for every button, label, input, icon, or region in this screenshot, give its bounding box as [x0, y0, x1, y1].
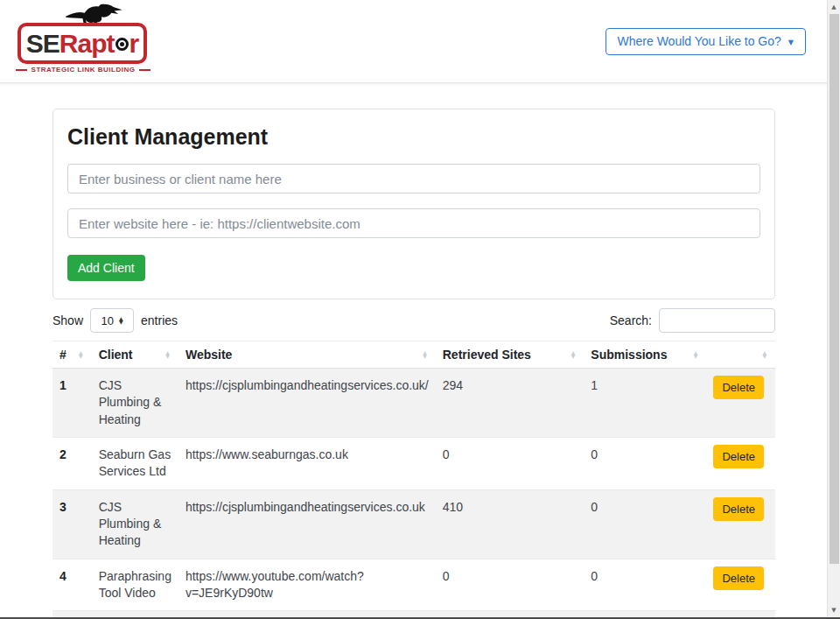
submissions-cell: 0 — [584, 489, 706, 559]
clients-table: #▲▼Client▲▼Website▲▼Retrieved Sites▲▼Sub… — [52, 341, 775, 619]
client-cell: CJS Plumbing & Heating — [92, 489, 178, 559]
select-spinner-icon: ▲▼ — [119, 317, 123, 325]
search-input[interactable] — [659, 308, 775, 333]
actions-cell: Delete — [706, 437, 775, 489]
nav-dropdown-label: Where Would You Like to Go? — [618, 34, 781, 48]
column-header--[interactable]: #▲▼ — [52, 341, 92, 369]
search-control: Search: — [610, 308, 775, 333]
chevron-down-icon: ▼ — [788, 39, 794, 46]
tagline-dash-left — [16, 69, 27, 71]
client-cell: Paraphrasing Tool Video — [92, 559, 178, 611]
client-name-input[interactable] — [67, 164, 760, 193]
client-website-input[interactable] — [67, 208, 760, 238]
retrieved-sites-cell: 0 — [436, 437, 584, 489]
tagline-dash-right — [139, 69, 150, 71]
sort-icon: ▲▼ — [694, 351, 698, 358]
column-header-label: Website — [186, 348, 232, 362]
target-o-icon — [116, 38, 129, 51]
nav-dropdown-button[interactable]: Where Would You Like to Go? ▼ — [606, 28, 806, 55]
sort-icon: ▲▼ — [423, 351, 427, 358]
main-content: Client Management Add Client Show 10 ▲▼ … — [52, 109, 775, 619]
column-header-actions[interactable]: ▲▼ — [706, 341, 775, 369]
website-cell: https://www.seaburngas.co.uk — [178, 437, 436, 489]
logo-wordmark: SERaptr — [18, 23, 147, 64]
delete-button[interactable]: Delete — [713, 497, 764, 521]
sort-icon: ▲▼ — [571, 351, 576, 358]
navbar: SERaptr STRATEGIC LINK BUILDING Where Wo… — [0, 0, 840, 83]
column-header-label: Retrieved Sites — [443, 348, 531, 362]
logo-rapt-text: Rapt — [60, 29, 115, 59]
actions-cell: Delete — [706, 559, 775, 611]
actions-cell: Delete — [706, 489, 775, 559]
page-length-value: 10 — [101, 314, 113, 327]
sort-icon: ▲▼ — [762, 351, 766, 358]
website-cell: https://cjsplumbingandheatingservices.co… — [178, 489, 436, 559]
delete-button[interactable]: Delete — [713, 566, 764, 590]
logo-r-text: r — [130, 29, 139, 59]
row-number-cell: 1 — [52, 369, 92, 438]
table-header-row: #▲▼Client▲▼Website▲▼Retrieved Sites▲▼Sub… — [52, 341, 775, 369]
column-header-retrieved-sites[interactable]: Retrieved Sites▲▼ — [436, 341, 584, 369]
add-client-button[interactable]: Add Client — [67, 255, 145, 281]
client-cell: CJS Plumbing & Heating — [92, 369, 178, 438]
sort-icon: ▲▼ — [79, 351, 83, 358]
column-header-submissions[interactable]: Submissions▲▼ — [584, 341, 706, 369]
retrieved-sites-cell: 294 — [436, 369, 584, 438]
row-number-cell: 4 — [52, 559, 92, 611]
submissions-cell: 0 — [584, 559, 706, 611]
client-management-card: Client Management Add Client — [52, 109, 775, 299]
scrollbar-up-icon[interactable]: ▲ — [828, 4, 840, 11]
scrollbar-down-icon[interactable]: ▼ — [828, 607, 840, 614]
page-length-select[interactable]: 10 ▲▼ — [90, 308, 134, 333]
search-label: Search: — [610, 313, 652, 327]
logo-se-text: SE — [26, 29, 60, 59]
column-header-label: # — [60, 348, 66, 362]
scrollbar[interactable]: ▲ ▼ — [827, 0, 840, 619]
tagline-text: STRATEGIC LINK BUILDING — [30, 66, 137, 74]
show-label: Show — [52, 313, 83, 327]
table-body: 1CJS Plumbing & Heatinghttps://cjsplumbi… — [52, 369, 775, 619]
page-title: Client Management — [67, 124, 760, 150]
page-length-control: Show 10 ▲▼ entries — [52, 308, 178, 333]
row-number-cell: 3 — [52, 489, 92, 559]
website-cell: https://www.youtube.com/watch?v=JE9rKyD9… — [178, 559, 436, 611]
submissions-cell: 0 — [584, 437, 706, 489]
delete-button[interactable]: Delete — [713, 376, 764, 399]
submissions-cell: 1 — [584, 369, 706, 438]
entries-label: entries — [141, 313, 178, 327]
sort-icon: ▲▼ — [165, 351, 170, 358]
table-row: 4Paraphrasing Tool Videohttps://www.yout… — [52, 559, 775, 611]
table-row: 1CJS Plumbing & Heatinghttps://cjsplumbi… — [52, 369, 775, 438]
row-number-cell: 2 — [52, 437, 92, 489]
table-controls: Show 10 ▲▼ entries Search: — [52, 308, 775, 333]
seraptor-logo: SERaptr STRATEGIC LINK BUILDING — [16, 4, 159, 81]
table-row: 3CJS Plumbing & Heatinghttps://cjsplumbi… — [52, 489, 775, 559]
website-cell: https://cjsplumbingandheatingservices.co… — [178, 369, 436, 438]
delete-button[interactable]: Delete — [713, 445, 764, 468]
column-header-label: Submissions — [591, 348, 667, 362]
actions-cell: Delete — [706, 369, 775, 438]
client-cell: Seaburn Gas Services Ltd — [92, 437, 178, 489]
table-row: 2Seaburn Gas Services Ltdhttps://www.sea… — [52, 437, 775, 489]
scrollbar-thumb[interactable] — [830, 14, 839, 564]
column-header-client[interactable]: Client▲▼ — [92, 341, 178, 369]
logo-tagline: STRATEGIC LINK BUILDING — [16, 66, 150, 74]
column-header-website[interactable]: Website▲▼ — [178, 341, 436, 369]
column-header-label: Client — [99, 348, 133, 362]
retrieved-sites-cell: 410 — [436, 489, 584, 559]
retrieved-sites-cell: 0 — [436, 559, 584, 611]
